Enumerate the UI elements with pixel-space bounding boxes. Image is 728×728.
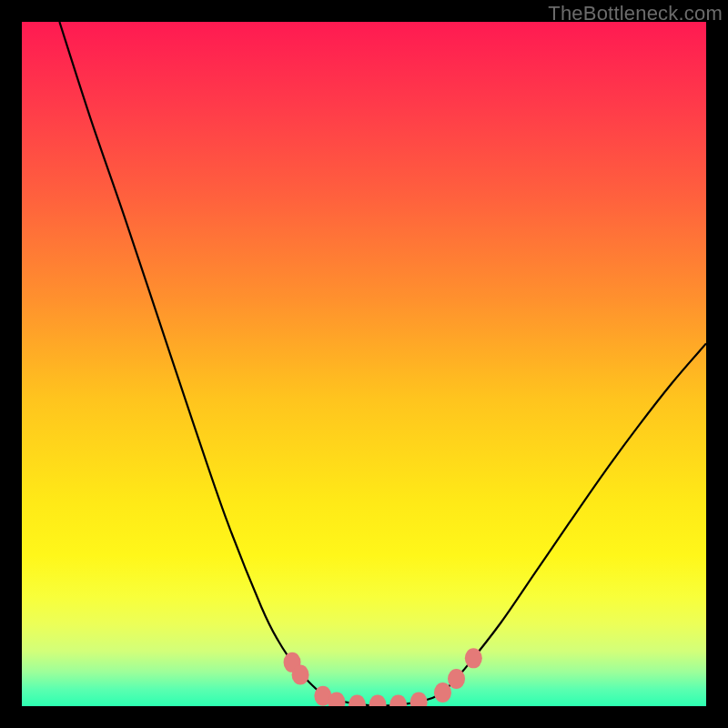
marker-dot [410,692,428,706]
marker-dot [465,648,482,668]
marker-dot [448,669,465,689]
marker-dot [292,664,309,684]
marker-dot [369,694,387,706]
bottleneck-curve [59,22,706,705]
marker-dot [389,694,407,706]
outer-frame: TheBottleneck.com [0,0,728,728]
plot-area [22,22,706,706]
marker-dot [434,682,451,703]
sweet-spot-markers [284,648,482,706]
marker-dot [349,694,366,706]
curve-layer [22,22,706,706]
